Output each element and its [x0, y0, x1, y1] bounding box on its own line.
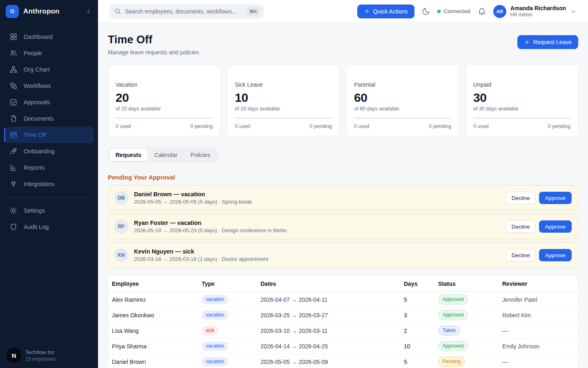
sidebar: O Anthropon Dashboard People Org Chart W…	[0, 0, 98, 368]
sidebar-nav: Dashboard People Org Chart Workflows App…	[0, 23, 98, 235]
page-title: Time Off	[108, 34, 199, 46]
sidebar-item-time-off[interactable]: Time Off	[4, 127, 94, 143]
notifications-button[interactable]	[478, 7, 486, 16]
column-header-days: Days	[404, 280, 438, 287]
sidebar-nav-main: Dashboard People Org Chart Workflows App…	[4, 29, 94, 192]
tab-requests[interactable]: Requests	[109, 149, 147, 161]
plus-icon	[364, 8, 370, 14]
user-name: Amanda Richardson	[510, 5, 566, 11]
request-title: Ryan Foster — vacation	[134, 220, 287, 226]
sidebar-item-workflows[interactable]: Workflows	[4, 78, 94, 94]
org-name: Techflow Inc	[25, 349, 56, 355]
sidebar-item-documents[interactable]: Documents	[4, 110, 94, 127]
table-row[interactable]: Alex Ramirez vacation 2026-04-07 → 2026-…	[108, 292, 578, 307]
table-row[interactable]: Priya Sharma vacation 2026-04-14 → 2026-…	[108, 339, 578, 354]
reports-icon	[9, 164, 18, 172]
settings-icon	[9, 206, 18, 215]
request-leave-button[interactable]: Request Leave	[517, 35, 578, 49]
decline-button[interactable]: Decline	[506, 220, 536, 233]
cell-reviewer: Robert Kim	[502, 312, 578, 319]
employee-avatar: DB	[114, 191, 128, 205]
leave-balance-card: Parental 60 of 60 days available 0 used …	[346, 65, 459, 137]
org-employee-count: 19 employees	[25, 356, 56, 362]
usage-progress-track	[235, 117, 332, 119]
app-name: Anthropon	[23, 7, 80, 16]
sidebar-item-reports[interactable]: Reports	[4, 159, 94, 176]
main-area: ⌘K Quick Actions Connected AR Amanda Ric…	[98, 0, 588, 368]
tab-calendar[interactable]: Calendar	[148, 149, 184, 161]
search-input[interactable]	[125, 8, 243, 15]
app-logo: O	[6, 5, 19, 18]
workflows-icon	[9, 82, 18, 90]
employee-avatar: RF	[114, 220, 128, 233]
sidebar-item-audit-log[interactable]: Audit Log	[4, 219, 94, 235]
approve-button[interactable]: Approve	[539, 220, 572, 233]
quick-actions-button[interactable]: Quick Actions	[357, 4, 414, 18]
decline-button[interactable]: Decline	[506, 249, 536, 261]
cell-status: Approved	[438, 294, 502, 304]
topbar: ⌘K Quick Actions Connected AR Amanda Ric…	[98, 0, 588, 23]
dark-mode-toggle[interactable]	[422, 7, 430, 16]
days-pending-label: 0 pending	[429, 123, 451, 129]
days-pending-label: 0 pending	[310, 123, 332, 129]
table-row[interactable]: Daniel Brown vacation 2026-05-05 → 2026-…	[108, 354, 578, 368]
column-header-employee: Employee	[112, 280, 202, 287]
table-row[interactable]: James Okonkwo vacation 2026-03-25 → 2026…	[108, 307, 578, 323]
sidebar-item-dashboard[interactable]: Dashboard	[4, 29, 94, 45]
request-title: Kevin Nguyen — sick	[134, 248, 268, 255]
table-row[interactable]: Lisa Wang sick 2026-03-10 → 2026-03-11 2…	[108, 323, 578, 339]
cell-days: 10	[404, 343, 438, 350]
decline-button[interactable]: Decline	[506, 192, 536, 204]
type-badge: vacation	[202, 310, 228, 319]
sidebar-item-approvals[interactable]: Approvals	[4, 94, 94, 110]
cell-type: vacation	[202, 357, 261, 366]
chevron-down-icon	[570, 8, 577, 15]
days-used-label: 0 used	[473, 123, 489, 129]
cell-dates: 2026-03-10 → 2026-03-11	[261, 328, 404, 334]
cell-type: vacation	[202, 295, 261, 304]
request-detail: 2026-05-19 → 2026-05-23 (5 days) · Desig…	[134, 227, 287, 233]
page-subtitle: Manage leave requests and policies	[108, 49, 199, 56]
days-used-label: 0 used	[116, 123, 131, 129]
cell-employee: James Okonkwo	[112, 312, 202, 319]
cell-employee: Alex Ramirez	[112, 296, 202, 303]
sidebar-item-onboarding[interactable]: Onboarding	[4, 143, 94, 159]
request-title: Daniel Brown — vacation	[134, 191, 252, 197]
days-used-label: 0 used	[235, 123, 250, 129]
leave-requests-table: EmployeeTypeDatesDaysStatusReviewer Alex…	[108, 275, 578, 368]
days-remaining-value: 20	[116, 91, 213, 105]
dashboard-icon	[9, 33, 18, 41]
sidebar-item-settings[interactable]: Settings	[4, 202, 94, 219]
timeoff-icon	[9, 131, 18, 139]
leave-type-label: Sick Leave	[235, 81, 332, 88]
cell-type: vacation	[202, 341, 261, 350]
sidebar-item-integrations[interactable]: Integrations	[4, 176, 94, 192]
approve-button[interactable]: Approve	[539, 192, 572, 204]
sidebar-item-org-chart[interactable]: Org Chart	[4, 61, 94, 78]
moon-icon	[422, 7, 430, 16]
onboarding-icon	[9, 147, 18, 155]
search-bar[interactable]: ⌘K	[109, 4, 264, 19]
column-header-dates: Dates	[261, 280, 404, 287]
approve-button[interactable]: Approve	[539, 249, 572, 261]
days-remaining-value: 30	[473, 91, 570, 105]
cell-type: vacation	[202, 310, 261, 319]
user-menu[interactable]: AR Amanda Richardson HR Admin	[493, 5, 577, 18]
table-header-row: EmployeeTypeDatesDaysStatusReviewer	[108, 276, 578, 292]
sidebar-item-people[interactable]: People	[4, 45, 94, 61]
cell-status: Taken	[438, 325, 502, 335]
orgchart-icon	[9, 65, 18, 74]
user-role: HR Admin	[510, 12, 566, 18]
org-avatar: N	[7, 348, 21, 363]
search-shortcut: ⌘K	[247, 7, 260, 16]
type-badge: vacation	[202, 295, 228, 304]
pending-request-card: RF Ryan Foster — vacation 2026-05-19 → 2…	[108, 214, 578, 239]
days-available-label: of 20 days available	[116, 106, 213, 112]
days-used-label: 0 used	[354, 123, 370, 129]
leave-type-label: Vacation	[116, 81, 213, 88]
view-tabs: RequestsCalendarPolicies	[108, 147, 218, 163]
user-avatar: AR	[493, 5, 506, 18]
cell-status: Pending	[438, 357, 502, 366]
sidebar-collapse-icon[interactable]	[85, 8, 92, 15]
tab-policies[interactable]: Policies	[185, 149, 216, 161]
